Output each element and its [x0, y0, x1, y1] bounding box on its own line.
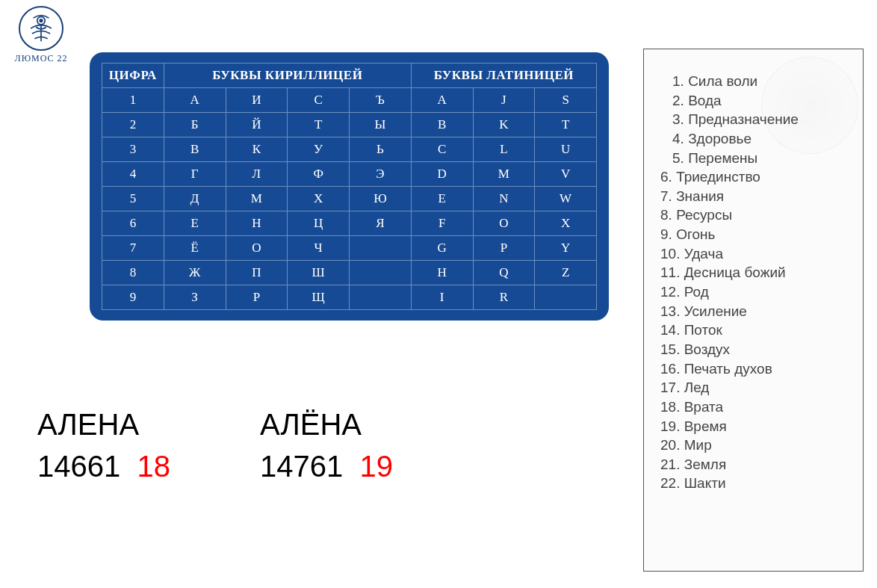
item-text: Огонь [672, 226, 716, 242]
item-number: 15. [660, 341, 680, 357]
cell-lat: F [411, 211, 473, 236]
cell-lat: Q [473, 261, 535, 285]
cell-lat: X [535, 211, 597, 236]
cell-cyr: С [288, 88, 350, 113]
logo: ЛЮМОС 22 [11, 6, 71, 64]
item-number: 11. [660, 264, 680, 280]
list-item: 21. Земля [660, 455, 852, 474]
cell-lat: I [411, 285, 473, 310]
item-number: 7. [660, 188, 672, 204]
cell-lat: N [473, 187, 535, 211]
list-item: 6. Триединство [660, 167, 852, 187]
names-section: АЛЕНА 14661 18 АЛЁНА 14761 19 [37, 403, 393, 487]
cell-cyr: Ц [288, 211, 350, 236]
cell-cyr [350, 261, 412, 285]
cell-cyr: Ж [164, 261, 226, 285]
cipher-table: ЦИФРА БУКВЫ КИРИЛЛИЦЕЙ БУКВЫ ЛАТИНИЦЕЙ 1… [102, 63, 597, 310]
list-item: 9. Огонь [660, 225, 852, 244]
item-number: 17. [660, 380, 680, 395]
cell-lat: R [473, 285, 535, 310]
item-text: Врата [680, 399, 723, 415]
cell-cyr [350, 285, 412, 310]
list-item: 12. Род [660, 282, 852, 302]
item-text: Ресурсы [672, 207, 732, 223]
cell-cyr: А [164, 88, 226, 113]
item-text: Удача [680, 246, 723, 261]
cell-cyr: Ч [288, 236, 350, 261]
list-item: 13. Усиление [660, 302, 852, 321]
item-text: Шакти [680, 475, 725, 491]
table-row: 2БЙТЫBKT [102, 113, 597, 137]
name-2-calc: 14761 19 [260, 445, 393, 487]
name-1-calc: 14661 18 [37, 445, 170, 487]
cell-cyr: Н [226, 211, 288, 236]
item-text: Воздух [680, 341, 730, 357]
item-number: 1. [672, 73, 684, 89]
item-text: Род [680, 284, 708, 300]
item-number: 18. [660, 399, 680, 415]
cell-cyr: Щ [288, 285, 350, 310]
item-text: Вода [684, 93, 722, 108]
item-number: 6. [660, 169, 672, 185]
cell-cyr: Ы [350, 113, 412, 137]
item-text: Триединство [672, 169, 760, 185]
table-row: 1АИСЪAJS [102, 88, 597, 113]
list-item: 8. Ресурсы [660, 205, 852, 225]
cell-lat: U [535, 137, 597, 162]
table-row: 7ЁОЧGPY [102, 236, 597, 261]
list-item: 5. Перемены [660, 149, 852, 168]
table-row: 8ЖПШHQZ [102, 261, 597, 285]
list-item: 10. Удача [660, 244, 852, 264]
item-number: 14. [660, 322, 680, 338]
table-row: 6ЕНЦЯFOX [102, 211, 597, 236]
cell-digit: 9 [102, 285, 164, 310]
svg-point-1 [40, 19, 42, 22]
cell-cyr: Й [226, 113, 288, 137]
list-item: 4. Здоровье [660, 129, 852, 149]
cell-lat: T [535, 113, 597, 137]
list-item: 11. Десница божий [660, 263, 852, 282]
cell-cyr: Ю [350, 187, 412, 211]
list-item: 15. Воздух [660, 340, 852, 359]
cell-lat: J [473, 88, 535, 113]
item-text: Перемены [684, 150, 757, 166]
cell-lat: W [535, 187, 597, 211]
item-number: 12. [660, 284, 680, 300]
meanings-sidebar: 1. Сила воли2. Вода3. Предназначение4. З… [643, 49, 864, 572]
cell-cyr: Р [226, 285, 288, 310]
item-number: 3. [672, 111, 684, 127]
cell-cyr: Л [226, 162, 288, 187]
th-latin: БУКВЫ ЛАТИНИЦЕЙ [411, 64, 596, 88]
name-2: АЛЁНА [260, 403, 393, 445]
cell-cyr: Б [164, 113, 226, 137]
item-number: 22. [660, 475, 680, 491]
table-row: 9ЗРЩIR [102, 285, 597, 310]
cell-lat: B [411, 113, 473, 137]
item-text: Время [680, 418, 726, 434]
cell-digit: 6 [102, 211, 164, 236]
cell-cyr: Ъ [350, 88, 412, 113]
cell-cyr: Я [350, 211, 412, 236]
cell-cyr: В [164, 137, 226, 162]
cell-lat: D [411, 162, 473, 187]
cell-cyr: П [226, 261, 288, 285]
cell-cyr: Е [164, 211, 226, 236]
cell-lat: A [411, 88, 473, 113]
list-item: 1. Сила воли [660, 72, 852, 91]
item-text: Десница божий [680, 264, 785, 280]
logo-text: ЛЮМОС 22 [11, 53, 71, 64]
table-row: 4ГЛФЭDMV [102, 162, 597, 187]
name-2-digits: 14761 [260, 450, 343, 483]
th-digit: ЦИФРА [102, 64, 164, 88]
cell-lat [535, 285, 597, 310]
list-item: 20. Мир [660, 436, 852, 455]
cell-cyr: К [226, 137, 288, 162]
name-1-sum: 18 [137, 450, 170, 483]
cell-lat: S [535, 88, 597, 113]
cell-digit: 8 [102, 261, 164, 285]
item-number: 4. [672, 131, 684, 146]
cell-digit: 1 [102, 88, 164, 113]
cell-digit: 3 [102, 137, 164, 162]
item-number: 20. [660, 437, 680, 453]
name-2-sum: 19 [359, 450, 393, 483]
